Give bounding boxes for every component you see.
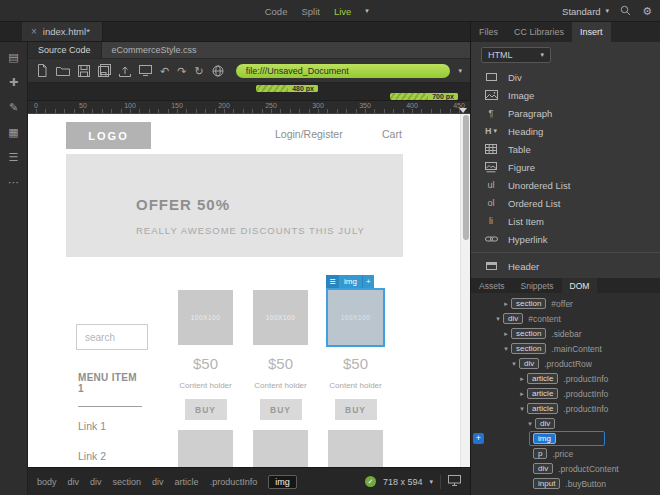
dom-node-div[interactable]: ▾ div	[471, 416, 660, 431]
insert-table-item[interactable]: Table	[471, 140, 660, 158]
product-image[interactable]: 100X100	[178, 290, 233, 345]
tag-selector-div[interactable]: div	[90, 477, 102, 487]
window-size-caret-icon[interactable]: ▾	[429, 478, 433, 486]
close-tab-icon[interactable]: ×	[31, 26, 37, 37]
assets-panel-icon[interactable]: ▦	[5, 126, 23, 139]
dom-node-section-offer[interactable]: ▸ section #offer	[471, 296, 660, 311]
code-view-button[interactable]: Code	[265, 6, 288, 17]
chevron-collapsed-icon[interactable]: ▸	[517, 375, 527, 383]
source-code-button[interactable]: Source Code	[28, 42, 102, 58]
tab-insert[interactable]: Insert	[572, 22, 611, 42]
undo-icon[interactable]: ↶	[160, 65, 169, 77]
dom-node-div-content[interactable]: ▾ div #content	[471, 311, 660, 326]
canvas-scrollbar[interactable]	[460, 114, 470, 467]
chevron-expanded-icon[interactable]: ▾	[509, 360, 519, 368]
dom-node-p-price[interactable]: p .price	[471, 446, 660, 461]
lint-ok-icon[interactable]: ✓	[365, 476, 376, 487]
search-icon[interactable]	[620, 5, 631, 18]
live-refresh-icon[interactable]: ↻	[194, 65, 203, 77]
chevron-expanded-icon[interactable]: ▾	[525, 420, 535, 428]
split-view-button[interactable]: Split	[301, 6, 319, 17]
insert-heading-item[interactable]: H ▾ Heading	[471, 122, 660, 140]
window-size-value[interactable]: 718 x 594	[383, 477, 423, 487]
insert-category-dropdown[interactable]: HTML ▾	[481, 47, 551, 63]
logo-placeholder[interactable]: LOGO	[66, 122, 151, 149]
search-input[interactable]	[76, 324, 148, 350]
insert-div-item[interactable]: Div	[471, 68, 660, 86]
dom-node-article-productinfo[interactable]: ▾ article .productInfo	[471, 401, 660, 416]
tab-snippets[interactable]: Snippets	[513, 278, 562, 293]
tag-selector-section[interactable]: section	[113, 477, 142, 487]
related-css-file-button[interactable]: eCommerceStyle.css	[102, 42, 207, 58]
insert-list-item-item[interactable]: li List Item	[471, 212, 660, 230]
tag-selector-div[interactable]: div	[152, 477, 164, 487]
file-management-icon[interactable]	[119, 65, 131, 77]
media-query-700-bar[interactable]: 700 px	[390, 93, 458, 100]
hero-banner[interactable]: OFFER 50% REALLY AWESOME DISCOUNTS THIS …	[66, 154, 403, 257]
element-add-icon[interactable]: +	[362, 275, 374, 288]
login-register-link[interactable]: Login/Register	[275, 128, 343, 140]
product-image[interactable]	[328, 430, 383, 467]
chevron-collapsed-icon[interactable]: ▸	[501, 300, 511, 308]
chevron-collapsed-icon[interactable]: ▸	[501, 330, 511, 338]
tab-cc-libraries[interactable]: CC Libraries	[506, 22, 572, 42]
tag-selector-article[interactable]: article	[175, 477, 199, 487]
tab-files[interactable]: Files	[471, 22, 506, 42]
element-display-tag[interactable]: img	[339, 275, 362, 288]
element-quick-menu-icon[interactable]: ☰	[326, 275, 339, 288]
scrubber-marker-icon[interactable]	[459, 108, 467, 113]
buy-button[interactable]: BUY	[335, 399, 377, 420]
nav-link-2[interactable]: Link 2	[78, 450, 106, 462]
dom-node-img-selected[interactable]: + img	[471, 431, 660, 446]
dom-node-input-buybutton[interactable]: input .buyButton	[471, 476, 660, 491]
product-image[interactable]	[178, 430, 233, 467]
insert-figure-item[interactable]: Figure	[471, 158, 660, 176]
preview-browser-icon[interactable]	[139, 65, 152, 76]
product-image[interactable]: 100X100	[253, 290, 308, 345]
nav-link-1[interactable]: Link 1	[78, 420, 106, 432]
insert-ordered-list-item[interactable]: ol Ordered List	[471, 194, 660, 212]
dom-node-div-productrow[interactable]: ▾ div .productRow	[471, 356, 660, 371]
insert-image-item[interactable]: Image	[471, 86, 660, 104]
tag-selector-div[interactable]: div	[68, 477, 80, 487]
tag-selector-body[interactable]: body	[37, 477, 57, 487]
redo-icon[interactable]: ↷	[177, 65, 186, 77]
media-query-480-bar[interactable]: 480 px	[256, 85, 318, 92]
buy-button[interactable]: BUY	[260, 399, 302, 420]
chevron-collapsed-icon[interactable]: ▸	[517, 390, 527, 398]
more-panels-icon[interactable]: ⋯	[5, 176, 23, 189]
insert-paragraph-item[interactable]: ¶ Paragraph	[471, 104, 660, 122]
settings-gear-icon[interactable]: ⚙	[642, 5, 652, 18]
dom-insert-plus-icon[interactable]: +	[473, 433, 484, 444]
tag-selector-img-selected[interactable]: img	[268, 475, 297, 489]
css-designer-icon[interactable]: ✎	[5, 101, 23, 114]
insert-header-item[interactable]: Header	[471, 257, 660, 275]
tab-assets[interactable]: Assets	[471, 278, 513, 293]
open-folder-icon[interactable]	[56, 65, 70, 76]
workspace-switcher[interactable]: Standard ▾	[562, 6, 609, 17]
tab-dom[interactable]: DOM	[562, 278, 598, 293]
document-tab[interactable]: × index.html*	[22, 22, 103, 41]
chevron-expanded-icon[interactable]: ▾	[493, 315, 503, 323]
tag-selector-productinfo[interactable]: .productInfo	[210, 477, 258, 487]
dom-node-article-productinfo[interactable]: ▸ article .productInfo	[471, 386, 660, 401]
chevron-expanded-icon[interactable]: ▾	[501, 345, 511, 353]
cart-link[interactable]: Cart	[382, 128, 402, 140]
product-image[interactable]	[253, 430, 308, 467]
save-all-icon[interactable]	[98, 64, 111, 77]
canvas-scrollbar-thumb[interactable]	[463, 115, 469, 240]
insert-hyperlink-item[interactable]: Hyperlink	[471, 230, 660, 248]
document-address-bar[interactable]: file:///Unsaved_Document	[236, 64, 451, 78]
new-document-icon[interactable]	[36, 64, 48, 77]
chevron-expanded-icon[interactable]: ▾	[517, 405, 527, 413]
dom-node-section-sidebar[interactable]: ▸ section .sidebar	[471, 326, 660, 341]
save-icon[interactable]	[78, 65, 90, 77]
dom-node-div-productcontent[interactable]: div .productContent	[471, 461, 660, 476]
device-preview-icon[interactable]	[448, 475, 461, 488]
insert-panel-icon[interactable]: ✚	[5, 76, 23, 89]
live-view-button[interactable]: Live	[334, 6, 351, 17]
dom-node-section-maincontent[interactable]: ▾ section .mainContent	[471, 341, 660, 356]
files-panel-icon[interactable]: ▤	[5, 51, 23, 64]
live-view-caret-icon[interactable]: ▾	[365, 7, 369, 15]
buy-button[interactable]: BUY	[185, 399, 227, 420]
